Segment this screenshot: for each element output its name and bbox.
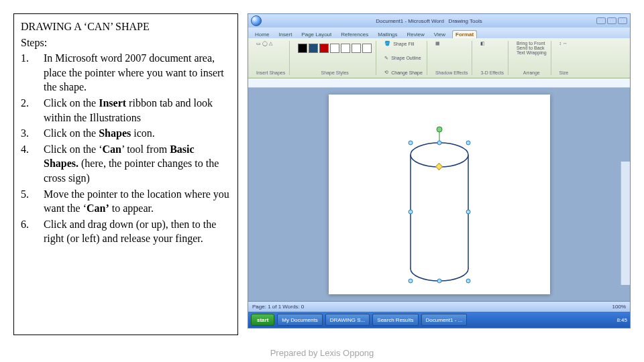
status-zoom[interactable]: 100% [612,304,626,310]
svg-point-8 [437,141,441,145]
step-number: 2. [21,96,44,125]
tab-review[interactable]: Review [405,31,427,38]
taskbar-item[interactable]: My Documents [277,314,322,326]
tab-page-layout[interactable]: Page Layout [299,31,334,38]
list-item: 6.Click and drag down (or up), then to t… [21,217,231,246]
start-button[interactable]: start [251,314,274,326]
step-text: In Microsoft word 2007 document area, pl… [44,51,231,95]
instructions-panel: DRAWING A ‘CAN’ SHAPE Steps: 1.In Micros… [13,13,238,335]
window-titlebar: Document1 - Microsoft Word Drawing Tools [248,14,630,27]
ribbon-group-shape-fill: 🪣 Shape Fill ✎ Shape Outline ⟲ Change Sh… [380,41,427,75]
tab-insert[interactable]: Insert [276,31,294,38]
shapes-gallery[interactable]: ▭ ◯ △ [256,41,285,46]
taskbar-item[interactable]: DRAWING S... [325,314,370,326]
clock: 8:45 [616,317,627,323]
step-number: 4. [21,142,44,186]
ribbon-group-size: ↕ ↔ Size [555,41,573,75]
svg-rect-1 [411,155,468,269]
step-number: 5. [21,187,44,216]
steps-list: 1.In Microsoft word 2007 document area, … [21,51,231,246]
tab-references[interactable]: References [338,31,371,38]
vertical-scrollbar[interactable] [621,162,630,285]
size-inputs[interactable]: ↕ ↔ [559,41,569,46]
windows-taskbar: start My Documents DRAWING S... Search R… [248,312,630,328]
list-item: 4.Click on the ‘Can’ tool from Basic Sha… [21,142,231,186]
list-item: 3.Click on the Shapes icon. [21,126,231,141]
tab-view[interactable]: View [431,31,448,38]
horizontal-ruler[interactable] [248,78,630,88]
tab-format[interactable]: Format [452,30,477,38]
svg-point-13 [437,279,441,283]
step-number: 6. [21,217,44,246]
shape-outline-button[interactable]: ✎ Shape Outline [384,56,423,61]
status-bar: Page: 1 of 1 Words: 0 100% [248,301,630,312]
shape-fill-button[interactable]: 🪣 Shape Fill [384,41,423,46]
window-title: Document1 - Microsoft Word Drawing Tools [262,18,596,24]
step-text: Click on the Insert ribbon tab and look … [44,96,231,125]
send-to-back-button[interactable]: Send to Back [517,46,547,50]
ribbon-group-insert-shapes: ▭ ◯ △ Insert Shapes [252,41,290,75]
can-shape-selected[interactable] [409,141,470,282]
ribbon-group-shape-styles: Shape Styles [294,41,376,75]
step-text: Move the pointer to the location where y… [44,187,231,216]
svg-point-7 [409,141,413,145]
status-page-words: Page: 1 of 1 Words: 0 [252,304,304,310]
ribbon-group-shadow: ▦ Shadow Effects [431,41,473,75]
step-number: 3. [21,126,44,141]
taskbar-item[interactable]: Document1 - ... [421,314,468,326]
close-button[interactable] [618,17,627,24]
list-item: 2.Click on the Insert ribbon tab and loo… [21,96,231,125]
svg-point-10 [409,210,413,214]
ribbon-group-arrange: Bring to Front Send to Back Text Wrappin… [513,41,551,75]
step-number: 1. [21,51,44,95]
tab-home[interactable]: Home [252,31,272,38]
3d-effects-button[interactable]: ◧ [480,41,504,46]
step-text: Click on the ‘Can’ tool from Basic Shape… [44,142,231,186]
window-buttons [596,17,627,24]
taskbar-item[interactable]: Search Results [372,314,418,326]
ribbon: ▭ ◯ △ Insert Shapes Shape Styles 🪣 Shape… [248,38,630,78]
bring-to-front-button[interactable]: Bring to Front [517,41,547,46]
document-area[interactable] [248,88,630,301]
step-text: Click on the Shapes icon. [44,126,231,141]
list-item: 5.Move the pointer to the location where… [21,187,231,216]
minimize-button[interactable] [596,17,606,24]
instructions-title: DRAWING A ‘CAN’ SHAPE [21,19,231,34]
steps-label: Steps: [21,36,231,50]
document-page [329,95,550,294]
style-swatches[interactable] [298,44,372,53]
svg-point-14 [466,279,470,283]
svg-point-12 [409,279,413,283]
ribbon-group-3d: ◧ 3-D Effects [476,41,508,75]
maximize-button[interactable] [607,17,616,24]
word-screenshot: Document1 - Microsoft Word Drawing Tools… [248,13,631,328]
tab-mailings[interactable]: Mailings [375,31,400,38]
text-wrapping-button[interactable]: Text Wrapping [517,50,547,55]
slide-footer: Prepared by Lexis Oppong [0,348,644,358]
ribbon-tabs: Home Insert Page Layout References Maili… [248,27,630,38]
svg-point-9 [466,141,470,145]
system-tray[interactable]: 8:45 [616,317,627,323]
step-text: Click and drag down (or up), then to the… [44,217,231,246]
shadow-effects-button[interactable]: ▦ [435,41,468,46]
svg-point-11 [466,210,470,214]
svg-point-6 [437,127,442,132]
office-button-icon[interactable] [251,15,262,26]
change-shape-button[interactable]: ⟲ Change Shape [384,70,423,75]
list-item: 1.In Microsoft word 2007 document area, … [21,51,231,95]
